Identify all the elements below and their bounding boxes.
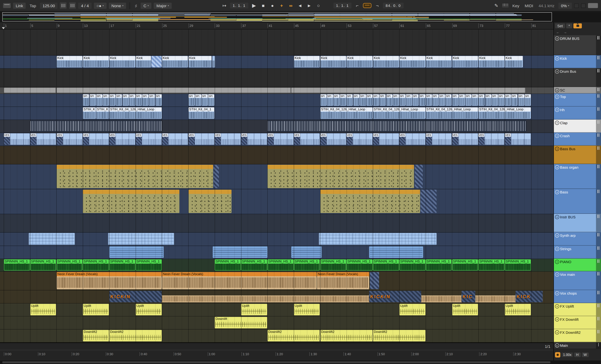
track-header-piano[interactable]: ▾PIANO [554, 259, 601, 271]
clip-piano[interactable]: SPINNIN_HS_1 [109, 259, 135, 271]
record-button[interactable]: ● [269, 2, 276, 9]
clip-vox-chops[interactable]: KICKIN [369, 291, 421, 302]
clip-kick[interactable]: Kick [373, 56, 399, 67]
follow-playhead-button[interactable] [555, 352, 561, 357]
clip-kick[interactable]: Kick [188, 56, 211, 67]
forward-arrangement-icon[interactable]: ► [306, 2, 313, 9]
clip-top[interactable]: SPI [525, 94, 531, 106]
clip-kick[interactable]: Kick [479, 56, 504, 67]
nudge-up-button[interactable] [69, 2, 76, 9]
clip-fx-downlift[interactable]: Downlift [215, 317, 267, 328]
overview-zoom-box[interactable] [2, 12, 552, 21]
clip-top[interactable]: SPI [400, 94, 406, 106]
clip-top[interactable]: SPI [195, 94, 201, 106]
clip-top[interactable]: SPI [373, 94, 379, 106]
clip-top[interactable]: SPI [208, 94, 214, 106]
clip-vox-main[interactable] [370, 272, 379, 289]
arrangement-position-field[interactable]: 1. 1. 1 [230, 3, 248, 9]
clip-strings[interactable] [369, 246, 423, 258]
clip-top[interactable]: SPI [465, 94, 471, 106]
computer-midi-keyboard-button[interactable] [502, 3, 509, 8]
track-lane-strings[interactable] [0, 246, 553, 259]
clip-synth-arp[interactable] [29, 233, 74, 245]
clip-kick[interactable]: Kick [136, 56, 151, 67]
clip-piano[interactable]: SPINNIN_HS_1 [215, 259, 240, 271]
track-lane-crash[interactable]: VESVESVESVESVESVESVESVESVESVESVESVESVESV… [0, 133, 553, 146]
clip-crash[interactable]: VES [268, 133, 293, 145]
clip-vox-chops[interactable]: KIC [461, 291, 475, 302]
track-header-strings[interactable]: ▾Strings [554, 246, 601, 259]
link-button[interactable]: Link [13, 2, 26, 9]
clip-piano[interactable]: SPINNIN_HS_1 [452, 259, 478, 271]
clip-top[interactable]: SPI [353, 94, 359, 106]
clip-top[interactable]: SPI [445, 94, 452, 106]
clip-top[interactable]: SPI [485, 94, 491, 106]
midi-map-button[interactable]: MIDI [523, 2, 535, 9]
clip-top[interactable]: SPI [90, 94, 96, 106]
group-fold-icon[interactable]: ▾ [555, 215, 559, 219]
clip-top[interactable]: SPI [380, 94, 386, 106]
track-lane-bass-bus[interactable] [0, 146, 553, 164]
group-fold-icon[interactable]: ▾ [555, 36, 559, 40]
clip-piano[interactable]: SPINNIN_HS_1 [268, 259, 293, 271]
clip-kick[interactable]: Kick [347, 56, 372, 67]
clip-fx-uplift[interactable]: Uplift [452, 304, 478, 315]
clip-fx-uplift[interactable]: Uplift [241, 304, 267, 315]
clip-top[interactable]: SPI [432, 94, 439, 106]
clip-top[interactable]: SPI [386, 94, 392, 106]
track-header-sc[interactable]: ▾SC [554, 87, 601, 93]
clip-top[interactable]: SPI [333, 94, 340, 106]
clip-crash[interactable]: VES [136, 133, 161, 145]
clip-bass[interactable] [320, 190, 420, 213]
track-fold-icon[interactable]: ▾ [555, 273, 559, 277]
loop-start-field[interactable]: 1. 1. 1 [333, 3, 351, 9]
track-fold-icon[interactable]: ▾ [555, 165, 559, 169]
clip-bass-organ[interactable] [268, 165, 414, 188]
clip-strings[interactable] [291, 246, 322, 258]
track-fold-icon[interactable]: ▾ [555, 247, 559, 251]
track-header-fx-downlift[interactable]: ▾FX Downlift [554, 316, 601, 329]
options-menu-icon[interactable] [3, 3, 11, 8]
clip-hh[interactable]: STIH_Kit_04_126_Hihat_Loop [320, 107, 372, 119]
clip-top[interactable]: SPI [320, 94, 327, 106]
clip-hh[interactable]: STIH_Kit_04_126_Hihat_Loop [109, 107, 161, 119]
track-header-bass-bus[interactable]: ▾Bass Bus [554, 146, 601, 164]
metronome-button[interactable]: ○●▾ [94, 2, 107, 9]
clip-kick[interactable]: Kick [320, 56, 346, 67]
clip-kick[interactable]: Kick [505, 56, 523, 67]
tap-tempo-button[interactable]: Tap [28, 2, 38, 9]
track-fold-icon[interactable]: ▾ [555, 108, 559, 112]
track-fold-icon[interactable]: ▾ [555, 121, 559, 125]
clip-top[interactable]: SPI [201, 94, 208, 106]
clip-top[interactable]: SPI [103, 94, 109, 106]
scale-name-select[interactable]: Major▾ [154, 2, 171, 9]
main-play-icon[interactable]: ▸ [555, 343, 559, 347]
clip-fx-uplift[interactable]: Uplift [83, 304, 109, 315]
clip-top[interactable]: SPI [393, 94, 399, 106]
track-header-top[interactable]: ▾Top [554, 93, 601, 107]
clip-vox-chops[interactable]: KICKIN [109, 291, 161, 302]
track-lane-vox-chops[interactable]: KICKINKICKINKICKICK [0, 290, 553, 303]
track-header-crash[interactable]: ▾Crash [554, 133, 601, 146]
clip-kick[interactable]: Kick [294, 56, 320, 67]
clip-fx-downlift2[interactable]: Downlift2 [109, 330, 161, 341]
follow-button[interactable]: ↦ [221, 2, 228, 9]
clip-piano[interactable]: SPINNIN_HS_1 [241, 259, 267, 271]
track-fold-icon[interactable]: ▾ [555, 260, 559, 264]
clip-fx-uplift[interactable]: Uplift [136, 304, 161, 315]
horizontal-scrollbar[interactable] [0, 361, 601, 364]
track-fold-icon[interactable]: ▾ [555, 88, 559, 92]
draw-mode-button[interactable]: ✎ [493, 2, 500, 9]
clip-top[interactable]: SPI [96, 94, 102, 106]
clip-crash[interactable]: VES [4, 133, 30, 145]
back-icon[interactable]: ← [556, 30, 560, 34]
punch-in-button[interactable]: ⌐ [354, 2, 361, 9]
track-header-drum-bus[interactable]: ▾Drum Bus [554, 68, 601, 87]
clip-crash[interactable]: VES [347, 133, 372, 145]
clip-bass[interactable] [188, 190, 231, 213]
track-fold-icon[interactable]: ▾ [555, 134, 559, 138]
clip-top[interactable]: SPI [136, 94, 142, 106]
clip-piano[interactable]: SPINNIN_HS_1 [4, 259, 30, 271]
track-lane-fx-downlift2[interactable]: Downlift2Downlift2Downlift2Downlift2Down… [0, 330, 553, 343]
clip-top[interactable]: SPI [413, 94, 419, 106]
